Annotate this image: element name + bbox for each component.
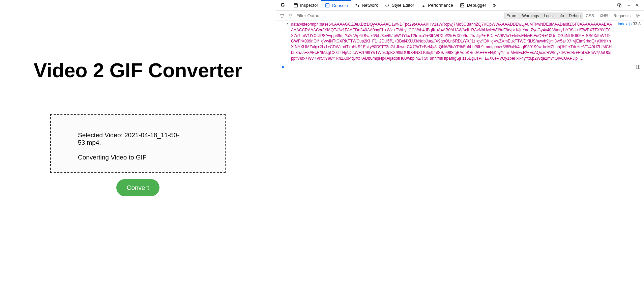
filter-warnings[interactable]: Warnings xyxy=(520,12,541,19)
performance-icon xyxy=(421,3,426,8)
console-log-text[interactable]: data:video/mp4;base64,AAAAGGZ0eXBtcDQyAA… xyxy=(291,22,613,61)
filter-info[interactable]: Info xyxy=(555,12,566,19)
console-settings-button[interactable] xyxy=(635,13,641,19)
filter-errors[interactable]: Errors xyxy=(504,12,520,19)
console-output-area: ▸ data:video/mp4;base64,AAAAGGZ0eXBtcDQy… xyxy=(276,21,644,290)
svg-point-12 xyxy=(629,5,630,5)
filter-output-input[interactable] xyxy=(296,13,391,18)
console-source-link[interactable]: index.js:33:8 xyxy=(613,22,641,61)
console-input-prompt[interactable] xyxy=(276,63,644,72)
devtools-tabs: Inspector Console Network Style Editor P xyxy=(276,0,644,11)
svg-point-10 xyxy=(626,5,627,5)
tab-performance-label: Performance xyxy=(428,3,453,8)
source-line: :33:8 xyxy=(632,22,641,26)
style-editor-icon xyxy=(385,3,390,8)
svg-point-11 xyxy=(628,5,628,5)
tab-style-editor-label: Style Editor xyxy=(392,3,414,8)
tab-debugger[interactable]: Debugger xyxy=(457,0,490,10)
chevron-right-double-icon xyxy=(492,3,497,8)
filter-icon xyxy=(288,13,293,18)
filter-logs[interactable]: Logs xyxy=(541,12,555,19)
tab-network-label: Network xyxy=(362,3,378,8)
responsive-mode-button[interactable] xyxy=(616,2,623,9)
conversion-status: Converting Video to GIF xyxy=(78,154,146,161)
tab-inspector[interactable]: Inspector xyxy=(290,0,321,10)
svg-rect-9 xyxy=(619,5,621,7)
tabs-overflow-button[interactable] xyxy=(490,0,499,10)
filter-debug[interactable]: Debug xyxy=(566,12,583,19)
inspector-icon xyxy=(293,3,298,8)
svg-rect-16 xyxy=(636,65,640,68)
filter-requests[interactable]: Requests xyxy=(611,12,633,19)
network-icon xyxy=(355,3,360,8)
tab-debugger-label: Debugger xyxy=(467,3,486,8)
svg-point-5 xyxy=(423,6,423,6)
video-dropzone[interactable]: Selected Video: 2021-04-18_11-50-53.mp4.… xyxy=(50,114,226,173)
devtools-close-button[interactable] xyxy=(633,2,641,9)
filter-xhr[interactable]: XHR xyxy=(597,12,611,19)
svg-point-15 xyxy=(637,15,639,16)
tab-performance[interactable]: Performance xyxy=(417,0,456,10)
convert-button[interactable]: Convert xyxy=(116,179,159,196)
expand-arrow-icon[interactable]: ▸ xyxy=(287,22,289,25)
devtools-menu-button[interactable] xyxy=(624,2,632,9)
console-icon xyxy=(325,3,330,8)
svg-rect-1 xyxy=(294,3,297,7)
console-log-row: ▸ data:video/mp4;base64,AAAAGGZ0eXBtcDQy… xyxy=(276,21,644,63)
log-level-filters: Errors Warnings Logs Info Debug CSS XHR … xyxy=(504,12,641,19)
element-picker-button[interactable] xyxy=(278,0,288,10)
console-filter-bar: Errors Warnings Logs Info Debug CSS XHR … xyxy=(276,11,644,21)
prompt-chevron-icon xyxy=(281,65,285,70)
app-title: Video 2 GIF Converter xyxy=(34,59,242,82)
selected-video-label: Selected Video: 2021-04-18_11-50-53.mp4. xyxy=(78,132,198,146)
source-file: index.js xyxy=(618,22,632,26)
filter-css[interactable]: CSS xyxy=(583,12,597,19)
tab-console-label: Console xyxy=(332,3,348,8)
devtools-right-controls xyxy=(616,2,644,9)
clear-console-button[interactable] xyxy=(280,13,285,19)
tab-console[interactable]: Console xyxy=(321,0,351,10)
editor-mode-button[interactable] xyxy=(636,64,641,70)
tab-style-editor[interactable]: Style Editor xyxy=(381,0,417,10)
tab-network[interactable]: Network xyxy=(351,0,381,10)
element-picker-icon xyxy=(281,3,286,8)
tab-inspector-label: Inspector xyxy=(300,3,318,8)
debugger-icon xyxy=(460,3,465,8)
devtools-panel: Inspector Console Network Style Editor P xyxy=(276,0,644,290)
main-app-pane: Video 2 GIF Converter Selected Video: 20… xyxy=(0,0,276,290)
